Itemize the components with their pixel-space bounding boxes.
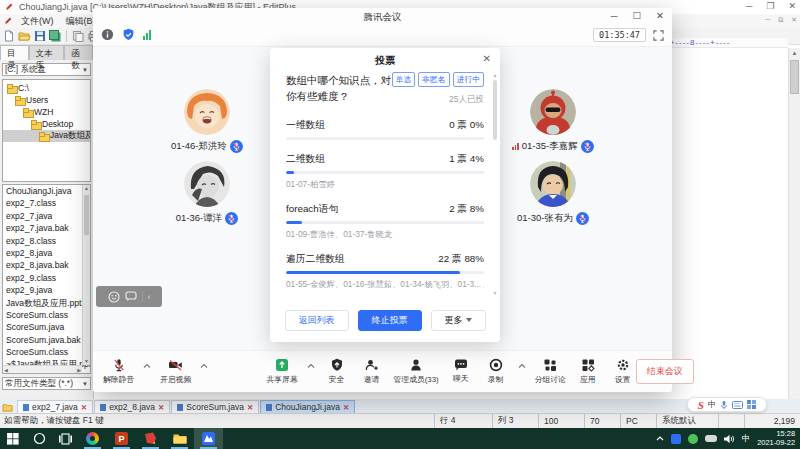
file-item[interactable]: ChouJiangJi.java xyxy=(3,185,90,197)
breakout-rooms-button[interactable]: 分组讨论 xyxy=(535,358,566,385)
doc-tab[interactable]: ScoreSum.java✕ xyxy=(171,400,259,413)
task-view-button[interactable] xyxy=(52,428,78,449)
video-options-caret[interactable] xyxy=(200,363,208,369)
expand-voters-link[interactable]: 展开 xyxy=(483,279,484,289)
ime-mode-indicator[interactable]: 中 xyxy=(708,399,717,411)
scrollbar-thumb[interactable] xyxy=(84,195,89,235)
mdi-minimize-button[interactable]: ─ xyxy=(765,16,770,24)
file-list-hscrollbar[interactable]: ◀▶ xyxy=(3,365,82,373)
taskbar-app-powerpoint[interactable]: P xyxy=(107,428,136,449)
mdi-close-button[interactable]: ✕ xyxy=(791,16,797,24)
tab-functions[interactable]: 函数 xyxy=(64,45,93,60)
file-item[interactable]: exp2_7.class xyxy=(3,197,90,209)
new-file-icon[interactable] xyxy=(3,30,15,42)
settings-button[interactable]: 设置 xyxy=(610,358,636,385)
file-item[interactable]: exp2_8.java xyxy=(3,247,90,259)
file-item[interactable]: ScroeSum.class xyxy=(3,346,90,358)
meeting-minimize-button[interactable]: ─ xyxy=(611,10,618,21)
file-item[interactable]: ScoreSum.class xyxy=(3,309,90,321)
file-item[interactable]: exp2_7.java.bak xyxy=(3,222,90,234)
network-signal-icon[interactable] xyxy=(143,30,151,40)
start-button[interactable] xyxy=(0,428,26,449)
poll-scrollbar[interactable]: ▲▼ xyxy=(492,72,498,296)
close-tab-icon[interactable]: ✕ xyxy=(158,403,164,412)
stop-poll-button[interactable]: 终止投票 xyxy=(358,310,422,331)
tree-item[interactable]: Users xyxy=(3,94,90,106)
copy-icon[interactable] xyxy=(72,30,84,42)
doc-tab[interactable]: exp2_8.java✕ xyxy=(94,400,170,413)
scroll-up-arrow[interactable]: ▲ xyxy=(789,48,800,59)
close-tab-icon[interactable]: ✕ xyxy=(247,403,253,412)
sogou-logo-icon[interactable]: S xyxy=(698,399,704,411)
volume-icon[interactable] xyxy=(724,434,735,444)
start-video-button[interactable]: 开启视频 xyxy=(160,358,191,385)
taskbar-app-tencent-meeting[interactable] xyxy=(194,428,223,449)
share-screen-button[interactable]: 共享屏幕 xyxy=(266,358,297,385)
editplus-close-button[interactable]: ✕ xyxy=(788,1,796,11)
ime-mic-icon[interactable] xyxy=(720,400,728,410)
record-options-caret[interactable] xyxy=(518,363,526,369)
file-item[interactable]: exp2_9.class xyxy=(3,272,90,284)
poll-close-icon[interactable]: ✕ xyxy=(483,53,491,64)
folder-icon[interactable] xyxy=(2,402,14,413)
meeting-info-icon[interactable] xyxy=(101,28,114,41)
close-tab-icon[interactable]: ✕ xyxy=(81,403,87,412)
collapse-arrow-icon[interactable]: ‹ xyxy=(148,292,151,302)
sogou-ime-bar[interactable]: S 中 xyxy=(687,397,767,412)
tray-wechat-icon[interactable] xyxy=(688,434,698,444)
editor-scrollbar[interactable]: ▲ xyxy=(788,48,800,399)
tray-clock[interactable]: 15:28 2021-09-22 xyxy=(757,430,795,447)
tab-directory[interactable]: 目录 xyxy=(0,45,29,60)
menu-file[interactable]: 文件(W) xyxy=(16,14,59,29)
file-item[interactable]: Java数组及应用.pptx xyxy=(3,297,90,309)
editplus-maximize-button[interactable]: ❐ xyxy=(766,1,774,11)
file-item[interactable]: exp2_9.java xyxy=(3,284,90,296)
tray-expand-icon[interactable] xyxy=(656,436,664,441)
ime-keyboard-icon[interactable] xyxy=(732,401,743,409)
ime-toolbox-icon[interactable] xyxy=(747,400,756,409)
file-item[interactable]: ScoreSum.java.bak xyxy=(3,334,90,346)
tree-item-selected[interactable]: Java数组及应用 xyxy=(3,130,90,142)
tray-battery-icon[interactable] xyxy=(705,435,717,442)
file-item[interactable]: exp2_8.java.bak xyxy=(3,259,90,271)
taskbar-app-viewer[interactable] xyxy=(136,428,165,449)
cortana-search-button[interactable] xyxy=(26,428,52,449)
tree-item[interactable]: Desktop xyxy=(3,118,90,130)
meeting-close-button[interactable]: ✕ xyxy=(656,10,664,21)
chat-bubble-icon[interactable] xyxy=(125,291,137,302)
reaction-pill[interactable]: ‹ xyxy=(96,286,162,307)
tree-item[interactable]: WZH xyxy=(3,106,90,118)
open-folder-icon[interactable] xyxy=(18,30,31,42)
meeting-maximize-button[interactable]: ☐ xyxy=(633,10,642,21)
share-options-caret[interactable] xyxy=(307,363,315,369)
apps-button[interactable]: 应用 xyxy=(575,358,601,385)
file-item[interactable]: ScoreSum.java xyxy=(3,321,90,333)
meeting-titlebar[interactable]: 腾讯会议 ─ ☐ ✕ xyxy=(93,8,672,25)
file-filter-select[interactable]: 常用文件类型 (*.*)▼ xyxy=(2,377,91,390)
invite-button[interactable]: 邀请 xyxy=(359,358,385,385)
record-button[interactable]: 录制 xyxy=(483,358,509,385)
end-meeting-button[interactable]: 结束会议 xyxy=(636,359,694,384)
file-list-scrollbar[interactable]: ▲▼ xyxy=(82,185,90,365)
manage-members-button[interactable]: 管理成员(33) xyxy=(394,358,439,385)
tree-item[interactable]: C:\ xyxy=(3,82,90,94)
editplus-minimize-button[interactable]: ─ xyxy=(746,1,752,11)
security-button[interactable]: 安全 xyxy=(324,358,350,385)
file-item[interactable]: exp2_7.java xyxy=(3,210,90,222)
save-icon[interactable] xyxy=(34,30,46,42)
security-shield-icon[interactable] xyxy=(122,28,135,41)
doc-tab[interactable]: exp2_7.java✕ xyxy=(17,400,93,413)
tray-ime-indicator[interactable]: 中 xyxy=(742,433,751,445)
mdi-restore-button[interactable]: ⧉ xyxy=(778,16,783,24)
unmute-button[interactable]: 解除静音 xyxy=(103,358,134,385)
close-tab-icon[interactable]: ✕ xyxy=(343,403,349,412)
mic-options-caret[interactable] xyxy=(143,363,151,369)
tray-meeting-icon[interactable] xyxy=(671,434,681,444)
doc-tab-active[interactable]: ChouJiangJi.java✕ xyxy=(260,400,355,413)
back-to-list-button[interactable]: 返回列表 xyxy=(285,310,349,331)
emoji-icon[interactable] xyxy=(108,291,120,303)
tab-cliptext[interactable]: 文本库 xyxy=(29,45,65,60)
more-button[interactable]: 更多 xyxy=(431,310,486,331)
scrollbar-thumb[interactable] xyxy=(493,80,497,140)
scrollbar-thumb[interactable] xyxy=(790,60,799,94)
